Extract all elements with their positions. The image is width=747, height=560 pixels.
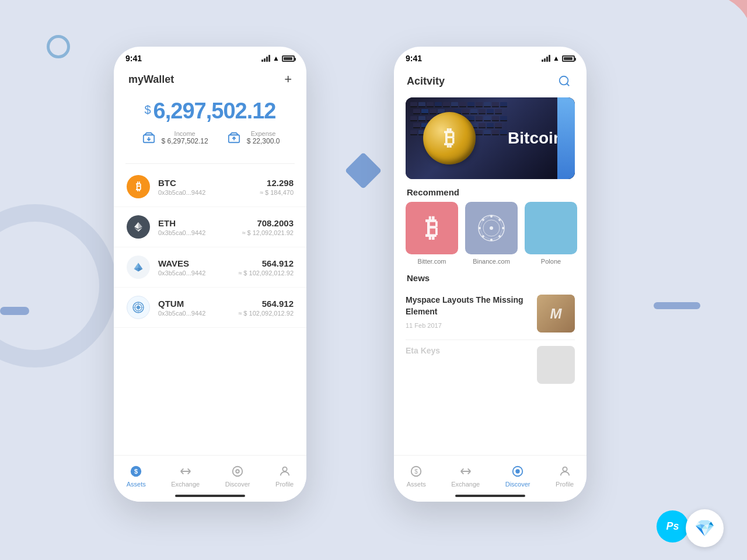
news-2-title: Eta Keys xyxy=(406,346,530,355)
eth-icon xyxy=(127,215,150,239)
bg-decoration-circle xyxy=(47,35,70,58)
svg-line-21 xyxy=(567,83,569,86)
nav-discover-right[interactable]: Discover xyxy=(505,464,530,488)
recommend-card-binance[interactable]: Binance.com xyxy=(465,202,518,265)
svg-point-45 xyxy=(563,467,567,471)
nav-assets-left[interactable]: $ Assets xyxy=(127,464,146,488)
news-item-2[interactable]: Eta Keys xyxy=(406,340,575,390)
phone-right: 9:41 ▲ Acitvity xyxy=(394,47,587,502)
btc-icon: ₿ xyxy=(127,175,150,198)
expense-item: Expense $ 22,300.0 xyxy=(226,130,280,146)
balance-dollar-sign: $ xyxy=(144,103,151,117)
qtum-name: QTUM xyxy=(158,299,230,309)
battery-icon-right xyxy=(562,55,575,62)
news-title: News xyxy=(394,265,587,288)
recommend-card-polo[interactable]: Polone xyxy=(525,202,577,265)
nav-exchange-label-right: Exchange xyxy=(451,481,480,488)
eth-usd: ≈ $ 12,092,021.92 xyxy=(242,229,294,236)
nav-indicator-right xyxy=(455,495,525,497)
bottom-nav-left: $ Assets Exchange Discover xyxy=(114,455,306,502)
exchange-nav-icon-right xyxy=(459,464,473,478)
news-2-thumb xyxy=(537,346,575,384)
income-icon xyxy=(141,130,157,146)
status-time-left: 9:41 xyxy=(125,54,142,63)
bg-decoration-diamond xyxy=(345,152,382,190)
coin-item-waves[interactable]: WAVES 0x3b5ca0...9442 564.912 ≈ $ 102,09… xyxy=(114,247,306,288)
btc-name: BTC xyxy=(158,178,252,188)
svg-point-20 xyxy=(560,76,568,85)
waves-name: WAVES xyxy=(158,258,230,268)
news-item-1[interactable]: Myspace Layouts The Missing Element 11 F… xyxy=(406,288,575,340)
income-item: Income $ 6,297,502.12 xyxy=(141,130,208,146)
svg-point-19 xyxy=(282,467,287,471)
bitter-img: ₿ xyxy=(406,202,458,254)
coin-list: ₿ BTC 0x3b5ca0...9442 12.298 ≈ $ 184,470 xyxy=(114,164,306,331)
assets-nav-icon-right: $ xyxy=(409,464,423,478)
income-expense-row: Income $ 6,297,502.12 Expense $ 22,300.0 xyxy=(114,124,306,152)
recommend-card-bitter[interactable]: ₿ Bitter.com xyxy=(406,202,458,265)
status-bar-right: 9:41 ▲ xyxy=(394,47,587,66)
status-icons-left: ▲ xyxy=(261,54,295,62)
btc-address: 0x3b5ca0...9442 xyxy=(158,189,252,196)
nav-exchange-left[interactable]: Exchange xyxy=(171,464,200,488)
balance-section: $ 6,297,502.12 Income $ 6,297,502.12 xyxy=(114,90,306,163)
bg-decoration-bar-right xyxy=(654,302,700,309)
bg-decoration-large-circle xyxy=(0,204,117,368)
battery-icon xyxy=(282,55,295,62)
signal-icon xyxy=(261,55,270,62)
search-button[interactable] xyxy=(555,72,574,90)
nav-exchange-right[interactable]: Exchange xyxy=(451,464,480,488)
expense-icon xyxy=(226,130,242,146)
coin-item-eth[interactable]: ETH 0x3b5ca0...9442 708.2003 ≈ $ 12,092,… xyxy=(114,207,306,247)
svg-point-44 xyxy=(516,470,519,473)
profile-nav-icon-right xyxy=(558,464,572,478)
polo-img xyxy=(525,202,577,254)
nav-discover-label-left: Discover xyxy=(225,481,250,488)
eth-name: ETH xyxy=(158,218,233,228)
nav-profile-right[interactable]: Profile xyxy=(556,464,574,488)
assets-nav-icon: $ xyxy=(129,464,143,478)
activity-header: Acitvity xyxy=(394,66,587,97)
bitter-label: Bitter.com xyxy=(406,258,458,265)
coin-item-qtum[interactable]: QTUM 0x3b5ca0...9442 564.912 ≈ $ 102,092… xyxy=(114,288,306,328)
qtum-amount: 564.912 xyxy=(238,299,294,309)
nav-assets-label-left: Assets xyxy=(127,481,146,488)
discover-nav-icon-left xyxy=(231,464,245,478)
photoshop-badge: Ps xyxy=(657,510,689,542)
status-bar-left: 9:41 ▲ xyxy=(114,47,306,66)
news-1-thumb: M xyxy=(537,295,575,332)
bg-decoration-bar-left xyxy=(0,307,29,315)
nav-profile-left[interactable]: Profile xyxy=(275,464,294,488)
exchange-nav-icon xyxy=(179,464,193,478)
svg-point-18 xyxy=(236,470,239,473)
balance-amount: $ 6,297,502.12 xyxy=(114,99,306,124)
news-1-date: 11 Feb 2017 xyxy=(406,322,530,329)
qtum-usd: ≈ $ 102,092,012.92 xyxy=(238,310,294,317)
coin-item-btc[interactable]: ₿ BTC 0x3b5ca0...9442 12.298 ≈ $ 184,470 xyxy=(114,167,306,207)
btc-amount: 12.298 xyxy=(260,178,294,188)
nav-profile-label-left: Profile xyxy=(275,481,294,488)
btc-usd: ≈ $ 184,470 xyxy=(260,189,294,196)
status-icons-right: ▲ xyxy=(542,54,575,62)
binance-label: Binance.com xyxy=(465,258,518,265)
recommend-row: ₿ Bitter.com xyxy=(394,202,587,265)
svg-marker-3 xyxy=(134,222,138,229)
add-button[interactable]: + xyxy=(284,72,292,87)
bitcoin-coin: ₿ xyxy=(423,112,476,164)
bottom-nav-right: $ Assets Exchange Discover xyxy=(394,455,587,502)
signal-icon-right xyxy=(542,55,550,62)
qtum-address: 0x3b5ca0...9442 xyxy=(158,310,230,317)
svg-text:$: $ xyxy=(414,468,418,474)
nav-assets-right[interactable]: $ Assets xyxy=(407,464,426,488)
eth-address: 0x3b5ca0...9442 xyxy=(158,229,233,236)
wifi-icon: ▲ xyxy=(273,54,280,62)
svg-marker-2 xyxy=(138,222,142,229)
nav-assets-label-right: Assets xyxy=(407,481,426,488)
nav-discover-left[interactable]: Discover xyxy=(225,464,250,488)
balance-number: 6,297,502.12 xyxy=(153,99,276,124)
banner-strip xyxy=(557,97,575,179)
bg-decoration-arc xyxy=(648,0,747,99)
income-value: $ 6,297,502.12 xyxy=(162,137,208,145)
recommend-title: Recommend xyxy=(394,179,587,202)
expense-label: Expense xyxy=(247,130,280,137)
